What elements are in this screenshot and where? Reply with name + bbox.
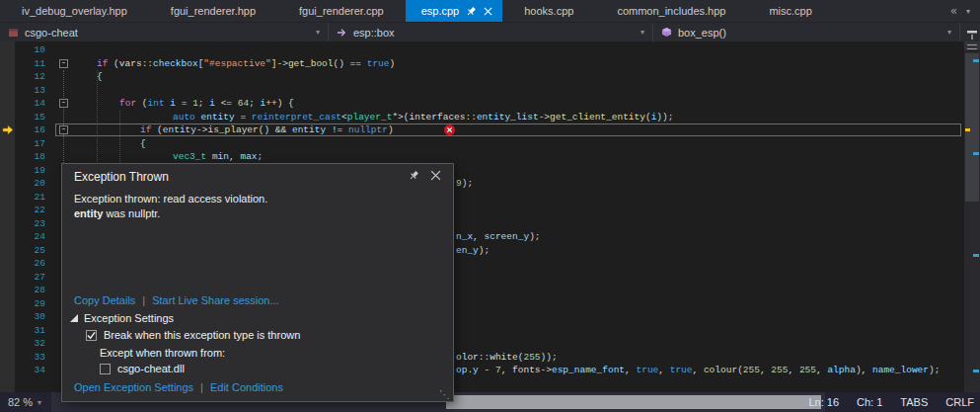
module-checkbox-label: csgo-cheat.dll bbox=[117, 363, 185, 374]
code-line-11[interactable]: 11-if (vars::checkbox["#espactive"]->get… bbox=[0, 57, 964, 71]
member-dropdown[interactable]: box_esp() ▾ bbox=[653, 23, 960, 41]
code-line-18[interactable]: 18vec3_t min, max; bbox=[0, 150, 964, 164]
line-number: 31 bbox=[15, 324, 45, 338]
zoom-level: 82 % bbox=[8, 396, 33, 408]
code-text: { bbox=[140, 137, 146, 151]
method-cube-icon bbox=[661, 27, 672, 38]
scope-dropdown-label: esp::box bbox=[353, 27, 395, 39]
tab-common-includes-hpp[interactable]: common_includes.hpp bbox=[595, 0, 747, 22]
line-number: 20 bbox=[15, 177, 45, 191]
tab-label: common_includes.hpp bbox=[617, 5, 725, 17]
chevron-down-icon[interactable]: ▾ bbox=[966, 7, 970, 16]
tab-fgui-renderer-cpp[interactable]: fgui_renderer.cpp bbox=[277, 0, 406, 22]
fold-collapse-icon[interactable]: - bbox=[59, 99, 68, 108]
status-tabs[interactable]: TABS bbox=[900, 396, 928, 408]
resize-grip-icon[interactable]: ⋱ bbox=[439, 388, 450, 401]
project-dropdown[interactable]: csgo-cheat ▾ bbox=[0, 23, 329, 41]
line-number: 18 bbox=[15, 150, 45, 164]
line-number: 19 bbox=[15, 164, 45, 178]
line-number: 14 bbox=[15, 97, 45, 111]
tab-hooks-cpp[interactable]: hooks.cpp bbox=[502, 0, 595, 22]
code-line-15[interactable]: 15auto entity = reinterpret_cast<player_… bbox=[0, 111, 964, 124]
line-number: 27 bbox=[15, 271, 45, 285]
line-number: 29 bbox=[15, 297, 45, 311]
break-checkbox-label: Break when this exception type is thrown bbox=[104, 329, 300, 341]
exception-settings-header: Exception Settings bbox=[84, 312, 174, 324]
code-line-16[interactable]: 16-if (entity->is_player() && entity != … bbox=[0, 124, 964, 137]
split-handle-icon[interactable] bbox=[964, 41, 980, 51]
fold-collapse-icon[interactable]: - bbox=[59, 125, 68, 134]
line-number: 32 bbox=[15, 337, 45, 351]
module-checkbox[interactable] bbox=[100, 364, 111, 374]
navigation-bar: csgo-cheat ▾ esp::box ▾ box_esp() ▾ bbox=[0, 22, 980, 41]
code-line-14[interactable]: 14-for (int i = 1; i <= 64; i++) { bbox=[0, 97, 964, 111]
break-checkbox[interactable] bbox=[86, 330, 97, 341]
dialog-top-links: Copy Details | Start Live Share session.… bbox=[74, 294, 279, 306]
line-number: 11 bbox=[15, 57, 45, 71]
exception-icon[interactable] bbox=[444, 124, 455, 135]
code-text: { bbox=[97, 70, 103, 84]
status-eol[interactable]: CRLF bbox=[945, 396, 974, 408]
zoom-control[interactable]: 82 % ▾ bbox=[8, 392, 41, 412]
horizontal-scrollbar-thumb[interactable] bbox=[446, 395, 821, 409]
line-number: 34 bbox=[15, 364, 45, 377]
copy-details-link[interactable]: Copy Details bbox=[74, 294, 135, 306]
line-number: 23 bbox=[15, 217, 45, 231]
status-info: Ln: 16 Ch: 1 TABS CRLF bbox=[808, 392, 974, 412]
pin-icon[interactable] bbox=[466, 6, 477, 17]
vertical-scrollbar[interactable] bbox=[964, 41, 980, 392]
tab-overflow-icon[interactable]: « bbox=[950, 4, 957, 18]
tab-esp-cpp[interactable]: esp.cpp bbox=[406, 0, 503, 22]
close-icon[interactable] bbox=[484, 7, 492, 16]
pin-icon[interactable] bbox=[409, 170, 419, 181]
link-separator: | bbox=[200, 381, 203, 393]
expander-icon bbox=[70, 314, 78, 322]
live-share-link[interactable]: Start Live Share session... bbox=[152, 294, 278, 306]
line-number: 26 bbox=[15, 257, 45, 271]
close-icon[interactable] bbox=[430, 170, 441, 181]
open-exception-settings-link[interactable]: Open Exception Settings bbox=[74, 381, 193, 393]
code-line-17[interactable]: 17{ bbox=[0, 137, 964, 151]
tab-fgui-renderer-hpp[interactable]: fgui_renderer.hpp bbox=[149, 0, 277, 22]
tab-label: misc.cpp bbox=[769, 5, 811, 17]
vertical-scrollbar-thumb[interactable] bbox=[965, 53, 979, 202]
tab-label: fgui_renderer.cpp bbox=[299, 5, 384, 17]
code-text: n_x, screen_y); bbox=[456, 230, 541, 244]
line-number: 17 bbox=[15, 137, 45, 151]
code-text: if (entity->is_player() && entity != nul… bbox=[140, 124, 394, 137]
line-number: 16 bbox=[15, 124, 45, 137]
chevron-down-icon[interactable]: ▾ bbox=[641, 28, 644, 37]
line-number: 22 bbox=[15, 204, 45, 217]
dialog-title: Exception Thrown bbox=[74, 170, 169, 184]
code-line-10[interactable]: 10 bbox=[0, 43, 964, 57]
code-line-12[interactable]: 12{ bbox=[0, 70, 964, 84]
chevron-down-icon[interactable]: ▾ bbox=[316, 28, 320, 37]
line-number: 15 bbox=[15, 111, 45, 124]
tab-label: esp.cpp bbox=[421, 5, 460, 17]
edit-conditions-link[interactable]: Edit Conditions bbox=[210, 381, 283, 393]
module-checkbox-row[interactable]: csgo-cheat.dll bbox=[100, 363, 185, 374]
tab-iv-debug-overlay-hpp[interactable]: iv_debug_overlay.hpp bbox=[0, 0, 149, 22]
break-checkbox-row[interactable]: Break when this exception type is thrown bbox=[86, 329, 300, 341]
dialog-bottom-links: Open Exception Settings | Edit Condition… bbox=[74, 381, 283, 393]
tab-label: iv_debug_overlay.hpp bbox=[22, 5, 127, 17]
exception-settings-expander[interactable]: Exception Settings bbox=[70, 312, 174, 324]
line-number: 25 bbox=[15, 244, 45, 258]
project-icon bbox=[8, 27, 19, 38]
code-text: for (int i = 1; i <= 64; i++) { bbox=[119, 97, 294, 111]
fold-collapse-icon[interactable]: - bbox=[59, 59, 68, 68]
code-text: auto entity = reinterpret_cast<player_t*… bbox=[173, 111, 673, 124]
code-line-13[interactable]: 13 bbox=[0, 84, 964, 98]
scrollbar-annotation bbox=[973, 254, 979, 257]
scope-dropdown[interactable]: esp::box ▾ bbox=[329, 23, 653, 41]
code-text: en_y); bbox=[456, 244, 490, 258]
tab-label: hooks.cpp bbox=[524, 5, 573, 17]
chevron-down-icon[interactable]: ▾ bbox=[947, 28, 951, 37]
line-number: 24 bbox=[15, 230, 45, 244]
scrollbar-current-line-mark bbox=[965, 128, 970, 131]
code-text: 9); bbox=[456, 177, 473, 191]
tab-misc-cpp[interactable]: misc.cpp bbox=[747, 0, 833, 22]
status-line[interactable]: Ln: 16 bbox=[808, 396, 839, 408]
status-column[interactable]: Ch: 1 bbox=[857, 396, 882, 408]
zoom-caret-icon: ▾ bbox=[38, 398, 41, 407]
